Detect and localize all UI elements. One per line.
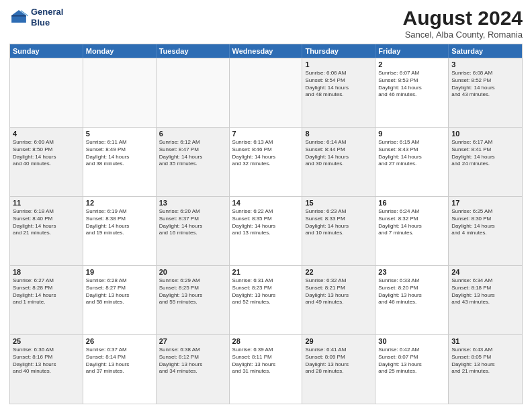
day-number: 20 <box>159 268 226 276</box>
cell-info: Sunrise: 6:38 AM Sunset: 8:12 PM Dayligh… <box>159 347 226 375</box>
cal-cell: 3Sunrise: 6:08 AM Sunset: 8:52 PM Daylig… <box>449 58 522 127</box>
cell-info: Sunrise: 6:07 AM Sunset: 8:53 PM Dayligh… <box>378 70 445 99</box>
day-number: 9 <box>378 130 445 138</box>
cell-info: Sunrise: 6:29 AM Sunset: 8:25 PM Dayligh… <box>159 277 226 306</box>
day-number: 14 <box>232 199 300 207</box>
cal-cell: 25Sunrise: 6:36 AM Sunset: 8:16 PM Dayli… <box>10 335 83 404</box>
title-block: August 2024 Sancel, Alba County, Romania <box>403 7 523 40</box>
subtitle: Sancel, Alba County, Romania <box>403 30 523 40</box>
cell-info: Sunrise: 6:33 AM Sunset: 8:20 PM Dayligh… <box>378 277 445 306</box>
cal-cell: 20Sunrise: 6:29 AM Sunset: 8:25 PM Dayli… <box>157 266 230 334</box>
cell-info: Sunrise: 6:20 AM Sunset: 8:37 PM Dayligh… <box>159 208 226 237</box>
day-number: 15 <box>305 199 372 207</box>
logo-text: General Blue <box>31 7 63 28</box>
cell-info: Sunrise: 6:22 AM Sunset: 8:35 PM Dayligh… <box>232 208 300 237</box>
day-number: 1 <box>305 60 372 68</box>
day-number: 25 <box>13 337 80 345</box>
cal-cell: 29Sunrise: 6:41 AM Sunset: 8:09 PM Dayli… <box>302 335 375 404</box>
cal-cell: 16Sunrise: 6:24 AM Sunset: 8:32 PM Dayli… <box>375 197 449 265</box>
week-row-2: 11Sunrise: 6:18 AM Sunset: 8:40 PM Dayli… <box>10 196 522 265</box>
day-number: 8 <box>305 130 372 138</box>
day-number: 11 <box>13 199 80 207</box>
page: General Blue August 2024 Sancel, Alba Co… <box>0 0 532 411</box>
cell-info: Sunrise: 6:15 AM Sunset: 8:43 PM Dayligh… <box>378 139 445 168</box>
cal-cell: 19Sunrise: 6:28 AM Sunset: 8:27 PM Dayli… <box>83 266 157 334</box>
day-number: 4 <box>13 130 80 138</box>
day-number: 16 <box>378 199 445 207</box>
day-number: 19 <box>86 268 153 276</box>
day-number: 23 <box>378 268 445 276</box>
cal-cell: 15Sunrise: 6:23 AM Sunset: 8:33 PM Dayli… <box>302 197 375 265</box>
cal-cell: 9Sunrise: 6:15 AM Sunset: 8:43 PM Daylig… <box>375 128 449 196</box>
day-of-week-wednesday: Wednesday <box>230 44 303 58</box>
cell-info: Sunrise: 6:28 AM Sunset: 8:27 PM Dayligh… <box>86 277 153 306</box>
day-number: 27 <box>159 337 226 345</box>
day-number: 6 <box>159 130 226 138</box>
cal-cell: 10Sunrise: 6:17 AM Sunset: 8:41 PM Dayli… <box>449 128 522 196</box>
day-number: 2 <box>378 60 445 68</box>
cal-cell: 8Sunrise: 6:14 AM Sunset: 8:44 PM Daylig… <box>302 128 375 196</box>
week-row-4: 25Sunrise: 6:36 AM Sunset: 8:16 PM Dayli… <box>10 334 522 404</box>
cell-info: Sunrise: 6:23 AM Sunset: 8:33 PM Dayligh… <box>305 208 372 237</box>
week-row-1: 4Sunrise: 6:09 AM Sunset: 8:50 PM Daylig… <box>10 127 522 196</box>
cal-cell: 5Sunrise: 6:11 AM Sunset: 8:49 PM Daylig… <box>83 128 157 196</box>
cell-info: Sunrise: 6:36 AM Sunset: 8:16 PM Dayligh… <box>13 347 80 375</box>
cell-info: Sunrise: 6:17 AM Sunset: 8:41 PM Dayligh… <box>451 139 519 168</box>
cell-info: Sunrise: 6:14 AM Sunset: 8:44 PM Dayligh… <box>305 139 372 168</box>
cell-info: Sunrise: 6:37 AM Sunset: 8:14 PM Dayligh… <box>86 347 153 375</box>
header: General Blue August 2024 Sancel, Alba Co… <box>9 7 523 40</box>
cell-info: Sunrise: 6:08 AM Sunset: 8:52 PM Dayligh… <box>451 70 519 99</box>
cal-cell: 13Sunrise: 6:20 AM Sunset: 8:37 PM Dayli… <box>157 197 230 265</box>
day-of-week-sunday: Sunday <box>10 44 83 58</box>
day-of-week-friday: Friday <box>375 44 449 58</box>
day-number: 24 <box>451 268 519 276</box>
cal-cell: 28Sunrise: 6:39 AM Sunset: 8:11 PM Dayli… <box>230 335 303 404</box>
day-number: 21 <box>232 268 300 276</box>
cell-info: Sunrise: 6:18 AM Sunset: 8:40 PM Dayligh… <box>13 208 80 237</box>
cell-info: Sunrise: 6:43 AM Sunset: 8:05 PM Dayligh… <box>451 347 519 375</box>
main-title: August 2024 <box>403 7 523 30</box>
svg-rect-3 <box>11 15 26 16</box>
day-number: 5 <box>86 130 153 138</box>
cell-info: Sunrise: 6:27 AM Sunset: 8:28 PM Dayligh… <box>13 277 80 306</box>
day-number: 31 <box>451 337 519 345</box>
week-row-0: 1Sunrise: 6:06 AM Sunset: 8:54 PM Daylig… <box>10 58 522 127</box>
cell-info: Sunrise: 6:12 AM Sunset: 8:47 PM Dayligh… <box>159 139 226 168</box>
day-number: 18 <box>13 268 80 276</box>
week-row-3: 18Sunrise: 6:27 AM Sunset: 8:28 PM Dayli… <box>10 265 522 334</box>
cal-cell: 22Sunrise: 6:32 AM Sunset: 8:21 PM Dayli… <box>302 266 375 334</box>
cal-cell: 17Sunrise: 6:25 AM Sunset: 8:30 PM Dayli… <box>449 197 522 265</box>
cal-cell <box>157 58 230 127</box>
cal-cell: 18Sunrise: 6:27 AM Sunset: 8:28 PM Dayli… <box>10 266 83 334</box>
cal-cell: 26Sunrise: 6:37 AM Sunset: 8:14 PM Dayli… <box>83 335 157 404</box>
day-number: 7 <box>232 130 300 138</box>
day-of-week-tuesday: Tuesday <box>157 44 230 58</box>
cal-cell <box>10 58 83 127</box>
calendar-body: 1Sunrise: 6:06 AM Sunset: 8:54 PM Daylig… <box>10 58 522 404</box>
day-number: 28 <box>232 337 300 345</box>
cell-info: Sunrise: 6:11 AM Sunset: 8:49 PM Dayligh… <box>86 139 153 168</box>
day-of-week-saturday: Saturday <box>449 44 522 58</box>
cal-cell: 23Sunrise: 6:33 AM Sunset: 8:20 PM Dayli… <box>375 266 449 334</box>
day-number: 29 <box>305 337 372 345</box>
cell-info: Sunrise: 6:41 AM Sunset: 8:09 PM Dayligh… <box>305 347 372 375</box>
cell-info: Sunrise: 6:32 AM Sunset: 8:21 PM Dayligh… <box>305 277 372 306</box>
day-number: 3 <box>451 60 519 68</box>
cal-cell: 4Sunrise: 6:09 AM Sunset: 8:50 PM Daylig… <box>10 128 83 196</box>
cell-info: Sunrise: 6:42 AM Sunset: 8:07 PM Dayligh… <box>378 347 445 375</box>
logo: General Blue <box>9 7 63 28</box>
cal-cell: 24Sunrise: 6:34 AM Sunset: 8:18 PM Dayli… <box>449 266 522 334</box>
cell-info: Sunrise: 6:34 AM Sunset: 8:18 PM Dayligh… <box>451 277 519 306</box>
day-number: 30 <box>378 337 445 345</box>
cell-info: Sunrise: 6:13 AM Sunset: 8:46 PM Dayligh… <box>232 139 300 168</box>
cal-cell <box>230 58 303 127</box>
cal-cell: 21Sunrise: 6:31 AM Sunset: 8:23 PM Dayli… <box>230 266 303 334</box>
cal-cell: 30Sunrise: 6:42 AM Sunset: 8:07 PM Dayli… <box>375 335 449 404</box>
cal-cell: 11Sunrise: 6:18 AM Sunset: 8:40 PM Dayli… <box>10 197 83 265</box>
cal-cell: 12Sunrise: 6:19 AM Sunset: 8:38 PM Dayli… <box>83 197 157 265</box>
cal-cell <box>83 58 157 127</box>
day-number: 26 <box>86 337 153 345</box>
day-number: 22 <box>305 268 372 276</box>
cell-info: Sunrise: 6:09 AM Sunset: 8:50 PM Dayligh… <box>13 139 80 168</box>
cell-info: Sunrise: 6:06 AM Sunset: 8:54 PM Dayligh… <box>305 70 372 99</box>
